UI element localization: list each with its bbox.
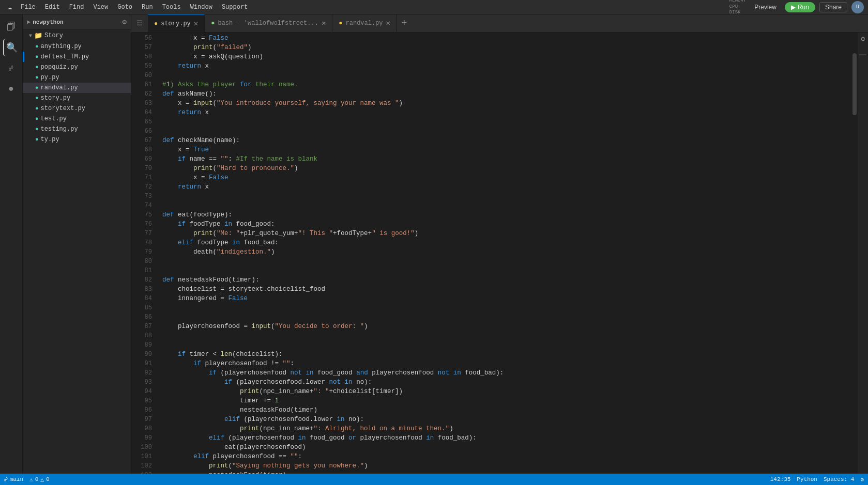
file-icon-randval: ● (35, 85, 39, 91)
filename-storytext: storytext.py (41, 105, 85, 112)
tab-bash[interactable]: ● bash - 'wallofwolfstreet... ✕ (205, 14, 332, 33)
new-tab-button[interactable]: + (397, 14, 412, 33)
folder-icon: 📁 (34, 32, 42, 40)
line-number-68: 68 (131, 145, 152, 154)
menu-tools[interactable]: Tools (158, 3, 185, 12)
code-line: if (playerchosenfood not in food_good an… (162, 368, 851, 378)
sidebar-file-test[interactable]: ● test.py (23, 114, 131, 124)
code-line (162, 201, 851, 210)
line-number-92: 92 (131, 368, 152, 378)
line-number-61: 61 (131, 80, 152, 89)
menu-run[interactable]: Run (138, 3, 157, 12)
sidebar-gear-icon[interactable]: ⚙ (123, 18, 127, 26)
sidebar-file-testing[interactable]: ● testing.py (23, 124, 131, 134)
code-line: def eat(foodType): (162, 210, 851, 220)
run-button[interactable]: ▶ Run (785, 2, 815, 12)
status-branch: main (10, 476, 23, 482)
code-line: timer += 1 (162, 396, 851, 405)
tab-close-randval[interactable]: ✕ (386, 20, 390, 27)
filename-ty: ty.py (41, 136, 59, 143)
tab-story[interactable]: ● story.py ✕ (148, 14, 205, 33)
line-number-62: 62 (131, 89, 152, 99)
filename-test: test.py (41, 115, 67, 122)
run-icon: ▶ (791, 4, 796, 11)
status-bar: ☍ main ⚠ 0 △ 0 142:35 Python Spaces: 4 ⚙ (0, 474, 868, 485)
status-git[interactable]: ☍ main (4, 476, 23, 483)
files-icon[interactable]: 🗍 (3, 19, 20, 35)
line-number-80: 80 (131, 257, 152, 266)
filename-deftest: deftest_TM.py (41, 53, 89, 60)
avatar: U (851, 1, 864, 13)
line-number-82: 82 (131, 275, 152, 285)
line-number-103: 103 (131, 471, 152, 474)
code-line: print(npc_inn_name+": "+choicelist[timer… (162, 387, 851, 396)
scrollbar-track[interactable] (851, 33, 858, 474)
settings-cog-icon[interactable]: ⚙ (860, 476, 864, 483)
code-line: nestedaskFood(timer) (162, 405, 851, 415)
menu-find[interactable]: Find (65, 3, 88, 12)
sidebar: ▶ newpython ⚙ ▼ 📁 Story ● anything.py ● … (23, 14, 131, 474)
code-line: def askName(): (162, 89, 851, 99)
line-number-88: 88 (131, 331, 152, 340)
cloud-icon[interactable]: ☁ (4, 2, 16, 13)
menu-support[interactable]: Support (218, 3, 252, 12)
menu-file[interactable]: File (17, 3, 40, 12)
sidebar-title: newpython (33, 19, 120, 25)
menu-edit[interactable]: Edit (41, 3, 64, 12)
line-number-75: 75 (131, 210, 152, 220)
line-number-73: 73 (131, 192, 152, 201)
code-editor[interactable]: 5657585960616263646566676869707172737475… (131, 33, 868, 474)
file-icon-testing: ● (35, 126, 39, 132)
sidebar-file-deftest[interactable]: ● deftest_TM.py (23, 52, 131, 62)
tab-bar: ☰ ● story.py ✕ ● bash - 'wallofwolfstree… (131, 14, 868, 33)
sidebar-folder-story[interactable]: ▼ 📁 Story (23, 30, 131, 41)
split-icon[interactable]: ⎹ (859, 49, 867, 55)
indentation[interactable]: Spaces: 4 (824, 476, 854, 483)
code-line: #1) Asks the player for their name. (162, 80, 851, 89)
sidebar-file-popquiz[interactable]: ● popquiz.py (23, 62, 131, 72)
status-right: 142:35 Python Spaces: 4 ⚙ (770, 476, 864, 483)
line-number-72: 72 (131, 182, 152, 192)
filename-popquiz: popquiz.py (41, 64, 78, 71)
code-content[interactable]: x = False print("failed") x = askQ(quest… (158, 33, 851, 474)
sidebar-file-ty[interactable]: ● ty.py (23, 134, 131, 145)
menu-goto[interactable]: Goto (113, 3, 136, 12)
code-line: elif foodType in food_bad: (162, 238, 851, 247)
code-line (162, 340, 851, 350)
settings-icon[interactable]: ⚙ (859, 37, 867, 41)
line-number-97: 97 (131, 415, 152, 424)
share-button[interactable]: Share (819, 2, 847, 12)
tab-close-bash[interactable]: ✕ (322, 20, 326, 27)
code-line: x = False (162, 34, 851, 43)
tab-icon-story: ● (154, 20, 158, 27)
line-number-99: 99 (131, 433, 152, 443)
language-mode[interactable]: Python (797, 476, 817, 483)
tab-close-story[interactable]: ✕ (194, 20, 198, 27)
line-number-89: 89 (131, 340, 152, 350)
line-number-102: 102 (131, 461, 152, 471)
sidebar-file-anything[interactable]: ● anything.py (23, 41, 131, 52)
git-icon[interactable]: ☍ (3, 60, 20, 76)
search-icon[interactable]: 🔍 (3, 39, 20, 56)
menu-view[interactable]: View (89, 3, 112, 12)
sidebar-file-py[interactable]: ● py.py (23, 72, 131, 83)
code-line: death("indigestion.") (162, 247, 851, 257)
hamburger-button[interactable]: ☰ (131, 14, 148, 33)
filename-testing: testing.py (41, 126, 78, 133)
file-icon-ty: ● (35, 136, 39, 143)
line-number-79: 79 (131, 247, 152, 257)
sidebar-file-storytext[interactable]: ● storytext.py (23, 103, 131, 114)
line-number-56: 56 (131, 34, 152, 43)
sidebar-file-story[interactable]: ● story.py (23, 93, 131, 103)
scrollbar-thumb[interactable] (852, 53, 857, 115)
chevron-down-icon: ▼ (29, 33, 32, 39)
sidebar-file-randval[interactable]: ● randval.py (23, 83, 131, 93)
menu-window[interactable]: Window (186, 3, 217, 12)
preview-button[interactable]: Preview (750, 3, 781, 12)
debug-icon[interactable]: ● (3, 81, 20, 97)
file-icon-deftest: ● (35, 54, 39, 60)
tab-randval[interactable]: ● randval.py ✕ (332, 14, 397, 33)
warning-icon: △ (40, 476, 44, 483)
status-errors[interactable]: ⚠ 0 △ 0 (29, 476, 49, 483)
file-icon-test: ● (35, 116, 39, 122)
